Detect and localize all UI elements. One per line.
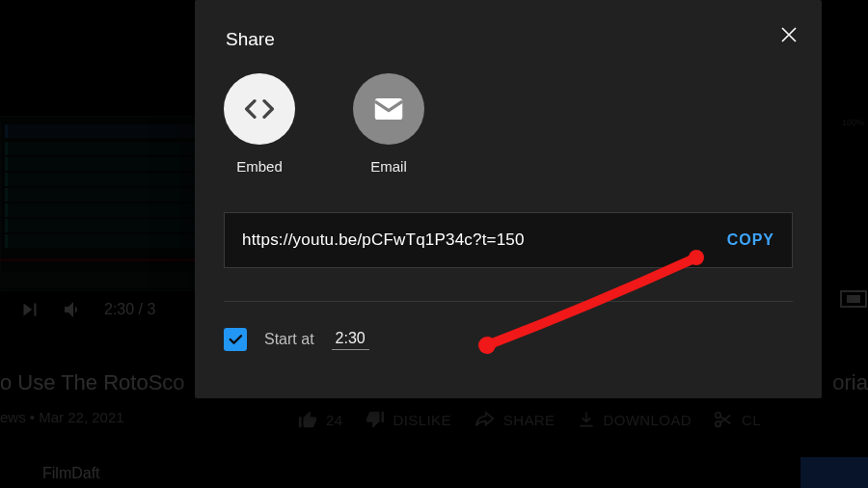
- close-icon: [777, 23, 800, 46]
- copy-button[interactable]: COPY: [712, 231, 774, 249]
- dialog-separator: [224, 301, 793, 302]
- share-option-embed[interactable]: Embed: [224, 73, 295, 175]
- embed-icon: [240, 90, 279, 128]
- start-at-checkbox[interactable]: [224, 328, 247, 351]
- start-at-time[interactable]: 2:30: [332, 330, 369, 350]
- embed-label: Embed: [236, 158, 283, 175]
- close-button[interactable]: [775, 21, 802, 48]
- share-url-box: https://youtu.be/pCFwTq1P34c?t=150 COPY: [224, 212, 793, 268]
- check-icon: [227, 331, 244, 348]
- share-dialog: Share Embed Email https://youtu.be/pCFwT…: [195, 0, 822, 398]
- start-at-label: Start at: [264, 331, 314, 348]
- share-options: Embed Email: [224, 73, 424, 175]
- share-option-email[interactable]: Email: [353, 73, 424, 175]
- share-url[interactable]: https://youtu.be/pCFwTq1P34c?t=150: [242, 230, 712, 250]
- start-at-row: Start at 2:30: [224, 328, 369, 351]
- dialog-title: Share: [226, 29, 275, 50]
- email-label: Email: [370, 158, 407, 175]
- email-icon: [370, 91, 407, 127]
